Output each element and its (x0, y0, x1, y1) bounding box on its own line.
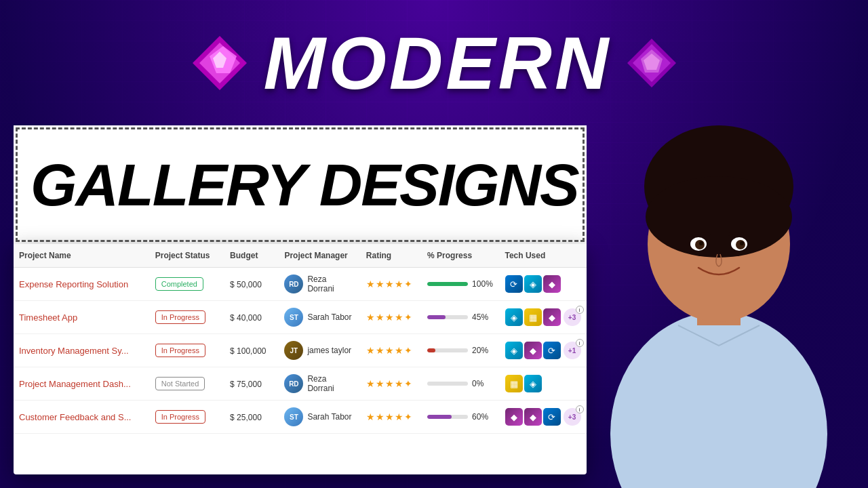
cell-manager: RD Reza Dorrani (279, 367, 360, 401)
col-progress: % Progress (422, 244, 499, 268)
flow-icon: ⟳ (543, 408, 561, 426)
manager-name: Reza Dorrani (307, 274, 355, 293)
cell-rating: ★★★★✦ (361, 334, 422, 367)
cell-project-name: Project Management Dash... (14, 367, 150, 401)
progress-bar-fill (427, 315, 446, 319)
cell-progress: 45% (422, 301, 499, 334)
progress-label: 45% (472, 312, 494, 322)
cell-budget: $ 75,000 (224, 367, 279, 401)
progress-label: 0% (472, 379, 494, 388)
col-project-status: Project Status (150, 244, 224, 268)
col-project-name: Project Name (14, 244, 150, 268)
table-row: Timesheet App In Progress $ 40,000 ST Sa… (14, 301, 587, 334)
svg-point-18 (740, 241, 744, 245)
budget-text: $ 75,000 (230, 380, 262, 389)
manager-cell: ST Sarah Tabor (284, 308, 355, 327)
cell-project-name: Expense Reporting Solution (14, 268, 150, 301)
star-rating: ★★★★✦ (366, 345, 413, 356)
cell-manager: ST Sarah Tabor (279, 401, 360, 434)
budget-text: $ 25,000 (230, 413, 262, 422)
progress-container: 45% (427, 312, 494, 322)
powerbi-icon: ▦ (505, 375, 523, 392)
avatar: ST (284, 407, 303, 426)
powerapps-icon: ◆ (543, 308, 561, 326)
col-rating: Rating (361, 244, 422, 268)
powerapps-icon: ◆ (524, 342, 542, 359)
table-row: Customer Feedback and S... In Progress $… (14, 401, 587, 434)
project-name-text: Project Management Dash... (19, 379, 131, 389)
person-svg (583, 81, 854, 488)
cell-progress: 60% (422, 401, 499, 434)
progress-container: 20% (427, 346, 494, 355)
flow-icon: ⟳ (543, 342, 561, 359)
gallery-title-panel: GALLERY DESIGNS (14, 125, 587, 244)
gallery-title: GALLERY DESIGNS (31, 155, 578, 215)
cell-manager: ST Sarah Tabor (279, 301, 360, 334)
manager-name: Reza Dorrani (307, 374, 355, 393)
cell-status: In Progress (150, 401, 224, 434)
cell-status: In Progress (150, 334, 224, 367)
status-badge: In Progress (155, 410, 205, 424)
cell-progress: 20% (422, 334, 499, 367)
manager-name: Sarah Tabor (307, 312, 351, 322)
project-name-text: Timesheet App (19, 312, 77, 323)
status-badge: Completed (155, 277, 203, 291)
cell-rating: ★★★★✦ (361, 401, 422, 434)
cell-status: Completed (150, 268, 224, 301)
flow-icon: ⟳ (505, 275, 523, 293)
progress-label: 60% (472, 412, 494, 422)
progress-label: 20% (472, 346, 494, 355)
manager-cell: JT james taylor (284, 341, 355, 360)
progress-bar-fill (427, 415, 452, 419)
progress-label: 100% (472, 279, 494, 289)
dataverse-icon: ◈ (524, 375, 542, 392)
avatar: ST (284, 308, 303, 327)
progress-bar-bg (427, 315, 468, 319)
cell-budget: $ 100,000 (224, 334, 279, 367)
table-area: Project Name Project Status Budget Proje… (14, 244, 587, 474)
star-rating: ★★★★✦ (366, 312, 413, 323)
progress-container: 0% (427, 379, 494, 388)
progress-container: 100% (427, 279, 494, 289)
svg-point-17 (699, 241, 703, 245)
cell-manager: JT james taylor (279, 334, 360, 367)
progress-bar-fill (427, 282, 468, 286)
project-name-text: Inventory Management Sy... (19, 346, 129, 356)
dataverse-icon: ◈ (505, 342, 523, 359)
progress-bar-fill (427, 348, 435, 352)
avatar: RD (284, 274, 303, 293)
cell-rating: ★★★★✦ (361, 367, 422, 401)
person-image (570, 68, 868, 488)
star-rating: ★★★★✦ (366, 378, 413, 389)
progress-bar-bg (427, 415, 468, 419)
project-name-text: Customer Feedback and S... (19, 412, 131, 422)
powerapps-icon: ◆ (505, 408, 523, 426)
col-manager: Project Manager (279, 244, 360, 268)
star-rating: ★★★★✦ (366, 411, 413, 422)
manager-cell: RD Reza Dorrani (284, 274, 355, 293)
cell-rating: ★★★★✦ (361, 301, 422, 334)
cell-budget: $ 40,000 (224, 301, 279, 334)
cell-budget: $ 50,000 (224, 268, 279, 301)
status-badge: Not Started (155, 377, 205, 390)
manager-cell: RD Reza Dorrani (284, 374, 355, 393)
progress-container: 60% (427, 412, 494, 422)
dataverse-icon: ◈ (524, 275, 542, 293)
cell-budget: $ 25,000 (224, 401, 279, 434)
manager-name: james taylor (307, 346, 351, 355)
modern-title: MODERN (264, 20, 612, 106)
budget-text: $ 40,000 (230, 313, 262, 323)
cell-project-name: Customer Feedback and S... (14, 401, 150, 434)
cell-progress: 0% (422, 367, 499, 401)
budget-text: $ 100,000 (230, 346, 266, 356)
status-badge: In Progress (155, 310, 205, 324)
cell-status: Not Started (150, 367, 224, 401)
avatar: RD (284, 374, 303, 393)
progress-bar-bg (427, 382, 468, 386)
manager-name: Sarah Tabor (307, 412, 351, 422)
powerapps-icon: ◆ (543, 275, 561, 293)
progress-bar-bg (427, 348, 468, 352)
budget-text: $ 50,000 (230, 280, 262, 289)
projects-table: Project Name Project Status Budget Proje… (14, 244, 587, 434)
project-name-text: Expense Reporting Solution (19, 279, 128, 289)
